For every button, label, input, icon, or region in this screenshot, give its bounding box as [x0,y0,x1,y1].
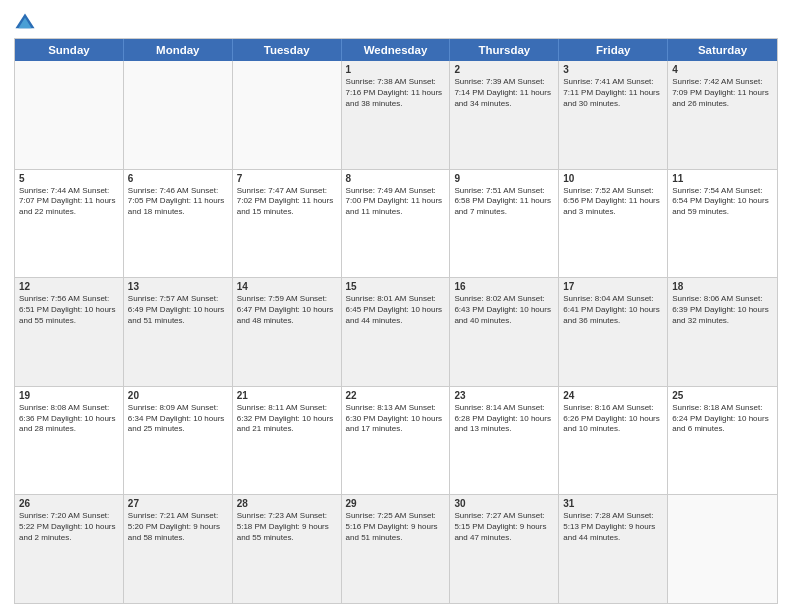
calendar-cell: 23Sunrise: 8:14 AM Sunset: 6:28 PM Dayli… [450,387,559,495]
calendar-cell: 3Sunrise: 7:41 AM Sunset: 7:11 PM Daylig… [559,61,668,169]
cell-info: Sunrise: 7:38 AM Sunset: 7:16 PM Dayligh… [346,77,446,109]
cell-info: Sunrise: 7:27 AM Sunset: 5:15 PM Dayligh… [454,511,554,543]
calendar-cell: 21Sunrise: 8:11 AM Sunset: 6:32 PM Dayli… [233,387,342,495]
calendar-cell: 15Sunrise: 8:01 AM Sunset: 6:45 PM Dayli… [342,278,451,386]
cell-info: Sunrise: 8:11 AM Sunset: 6:32 PM Dayligh… [237,403,337,435]
cell-info: Sunrise: 8:09 AM Sunset: 6:34 PM Dayligh… [128,403,228,435]
day-number: 16 [454,281,554,292]
day-number: 22 [346,390,446,401]
day-number: 25 [672,390,773,401]
logo [14,14,39,34]
calendar-cell: 4Sunrise: 7:42 AM Sunset: 7:09 PM Daylig… [668,61,777,169]
cell-info: Sunrise: 8:18 AM Sunset: 6:24 PM Dayligh… [672,403,773,435]
day-number: 11 [672,173,773,184]
cell-info: Sunrise: 7:39 AM Sunset: 7:14 PM Dayligh… [454,77,554,109]
cell-info: Sunrise: 7:52 AM Sunset: 6:56 PM Dayligh… [563,186,663,218]
cell-info: Sunrise: 7:46 AM Sunset: 7:05 PM Dayligh… [128,186,228,218]
cell-info: Sunrise: 7:21 AM Sunset: 5:20 PM Dayligh… [128,511,228,543]
cell-info: Sunrise: 7:59 AM Sunset: 6:47 PM Dayligh… [237,294,337,326]
weekday-header-monday: Monday [124,39,233,61]
calendar-cell: 30Sunrise: 7:27 AM Sunset: 5:15 PM Dayli… [450,495,559,603]
cell-info: Sunrise: 8:08 AM Sunset: 6:36 PM Dayligh… [19,403,119,435]
cell-info: Sunrise: 8:02 AM Sunset: 6:43 PM Dayligh… [454,294,554,326]
day-number: 23 [454,390,554,401]
day-number: 12 [19,281,119,292]
calendar-cell [15,61,124,169]
calendar-body: 1Sunrise: 7:38 AM Sunset: 7:16 PM Daylig… [15,61,777,603]
calendar-row-2: 5Sunrise: 7:44 AM Sunset: 7:07 PM Daylig… [15,170,777,279]
calendar-cell: 20Sunrise: 8:09 AM Sunset: 6:34 PM Dayli… [124,387,233,495]
calendar-cell: 14Sunrise: 7:59 AM Sunset: 6:47 PM Dayli… [233,278,342,386]
cell-info: Sunrise: 8:06 AM Sunset: 6:39 PM Dayligh… [672,294,773,326]
calendar-cell [668,495,777,603]
calendar-cell: 6Sunrise: 7:46 AM Sunset: 7:05 PM Daylig… [124,170,233,278]
day-number: 24 [563,390,663,401]
day-number: 29 [346,498,446,509]
day-number: 26 [19,498,119,509]
calendar-row-1: 1Sunrise: 7:38 AM Sunset: 7:16 PM Daylig… [15,61,777,170]
calendar-cell: 24Sunrise: 8:16 AM Sunset: 6:26 PM Dayli… [559,387,668,495]
day-number: 7 [237,173,337,184]
day-number: 3 [563,64,663,75]
day-number: 2 [454,64,554,75]
day-number: 8 [346,173,446,184]
day-number: 19 [19,390,119,401]
calendar-cell: 29Sunrise: 7:25 AM Sunset: 5:16 PM Dayli… [342,495,451,603]
calendar: SundayMondayTuesdayWednesdayThursdayFrid… [14,38,778,604]
calendar-cell: 1Sunrise: 7:38 AM Sunset: 7:16 PM Daylig… [342,61,451,169]
day-number: 5 [19,173,119,184]
cell-info: Sunrise: 8:01 AM Sunset: 6:45 PM Dayligh… [346,294,446,326]
calendar-cell: 2Sunrise: 7:39 AM Sunset: 7:14 PM Daylig… [450,61,559,169]
calendar-cell: 31Sunrise: 7:28 AM Sunset: 5:13 PM Dayli… [559,495,668,603]
day-number: 20 [128,390,228,401]
calendar-cell: 28Sunrise: 7:23 AM Sunset: 5:18 PM Dayli… [233,495,342,603]
day-number: 4 [672,64,773,75]
calendar-row-4: 19Sunrise: 8:08 AM Sunset: 6:36 PM Dayli… [15,387,777,496]
day-number: 30 [454,498,554,509]
calendar-row-5: 26Sunrise: 7:20 AM Sunset: 5:22 PM Dayli… [15,495,777,603]
calendar-cell [124,61,233,169]
cell-info: Sunrise: 8:14 AM Sunset: 6:28 PM Dayligh… [454,403,554,435]
cell-info: Sunrise: 7:20 AM Sunset: 5:22 PM Dayligh… [19,511,119,543]
day-number: 17 [563,281,663,292]
day-number: 10 [563,173,663,184]
calendar-cell: 22Sunrise: 8:13 AM Sunset: 6:30 PM Dayli… [342,387,451,495]
day-number: 21 [237,390,337,401]
cell-info: Sunrise: 8:13 AM Sunset: 6:30 PM Dayligh… [346,403,446,435]
day-number: 1 [346,64,446,75]
header [14,10,778,34]
cell-info: Sunrise: 8:16 AM Sunset: 6:26 PM Dayligh… [563,403,663,435]
calendar-cell: 12Sunrise: 7:56 AM Sunset: 6:51 PM Dayli… [15,278,124,386]
day-number: 27 [128,498,228,509]
logo-icon [14,12,36,34]
calendar-cell: 11Sunrise: 7:54 AM Sunset: 6:54 PM Dayli… [668,170,777,278]
calendar-cell: 27Sunrise: 7:21 AM Sunset: 5:20 PM Dayli… [124,495,233,603]
calendar-cell: 25Sunrise: 8:18 AM Sunset: 6:24 PM Dayli… [668,387,777,495]
weekday-header-tuesday: Tuesday [233,39,342,61]
weekday-header-friday: Friday [559,39,668,61]
calendar-cell: 26Sunrise: 7:20 AM Sunset: 5:22 PM Dayli… [15,495,124,603]
cell-info: Sunrise: 7:54 AM Sunset: 6:54 PM Dayligh… [672,186,773,218]
calendar-cell: 7Sunrise: 7:47 AM Sunset: 7:02 PM Daylig… [233,170,342,278]
cell-info: Sunrise: 7:51 AM Sunset: 6:58 PM Dayligh… [454,186,554,218]
day-number: 31 [563,498,663,509]
calendar-cell: 17Sunrise: 8:04 AM Sunset: 6:41 PM Dayli… [559,278,668,386]
weekday-header-saturday: Saturday [668,39,777,61]
calendar-cell: 5Sunrise: 7:44 AM Sunset: 7:07 PM Daylig… [15,170,124,278]
calendar-cell: 10Sunrise: 7:52 AM Sunset: 6:56 PM Dayli… [559,170,668,278]
cell-info: Sunrise: 7:57 AM Sunset: 6:49 PM Dayligh… [128,294,228,326]
calendar-cell: 8Sunrise: 7:49 AM Sunset: 7:00 PM Daylig… [342,170,451,278]
cell-info: Sunrise: 7:28 AM Sunset: 5:13 PM Dayligh… [563,511,663,543]
weekday-header-sunday: Sunday [15,39,124,61]
cell-info: Sunrise: 7:42 AM Sunset: 7:09 PM Dayligh… [672,77,773,109]
day-number: 18 [672,281,773,292]
day-number: 9 [454,173,554,184]
cell-info: Sunrise: 7:25 AM Sunset: 5:16 PM Dayligh… [346,511,446,543]
cell-info: Sunrise: 7:23 AM Sunset: 5:18 PM Dayligh… [237,511,337,543]
day-number: 6 [128,173,228,184]
cell-info: Sunrise: 7:49 AM Sunset: 7:00 PM Dayligh… [346,186,446,218]
calendar-cell [233,61,342,169]
calendar-cell: 19Sunrise: 8:08 AM Sunset: 6:36 PM Dayli… [15,387,124,495]
cell-info: Sunrise: 7:41 AM Sunset: 7:11 PM Dayligh… [563,77,663,109]
calendar-cell: 18Sunrise: 8:06 AM Sunset: 6:39 PM Dayli… [668,278,777,386]
